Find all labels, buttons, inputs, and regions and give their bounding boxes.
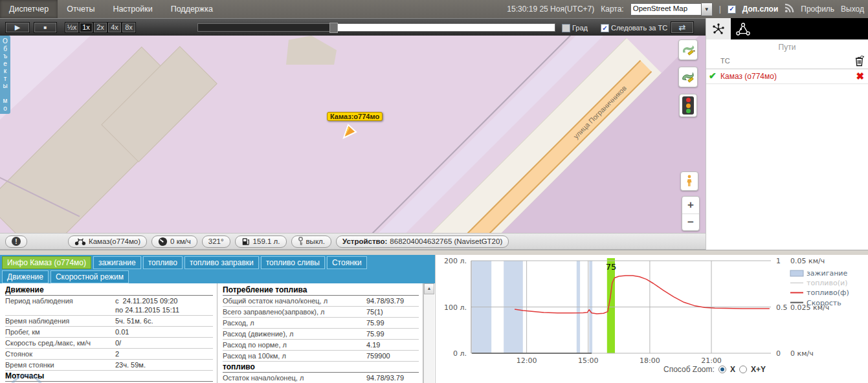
map-canvas[interactable]: улица Пограничников Объекты мо Камаз:о77… (0, 36, 706, 233)
zoom-xy-radio[interactable] (739, 366, 747, 373)
check-icon[interactable]: ✔ (709, 71, 717, 81)
info-table-movement: ДвижениеПериод наблюденияс 24.11.2015 09… (0, 283, 217, 383)
delete-route-icon[interactable]: ✖ (856, 71, 864, 82)
alert-pill[interactable]: ! (5, 235, 27, 248)
panel-tab[interactable]: Стоянки (327, 256, 367, 269)
info-row-value: 23ч. 59м. (115, 360, 146, 369)
svg-text:75: 75 (606, 262, 617, 272)
map-provider-select[interactable]: OpenStreet Map ▼ (630, 3, 713, 16)
timeline-slider[interactable] (197, 23, 555, 32)
speed-button[interactable]: 2x (93, 22, 107, 33)
zoom-in-button[interactable]: + (682, 197, 699, 214)
pedestrian-button[interactable] (680, 171, 698, 191)
main-menu: ДиспетчерОтчетыНастройкиПоддержка (0, 0, 222, 18)
sidebar-tab-tracker[interactable] (706, 18, 731, 39)
layers-checkbox[interactable]: ✓ (728, 5, 736, 14)
zoom-x-radio[interactable] (718, 366, 726, 373)
follow-vehicle-checkbox[interactable]: ✓ (601, 24, 609, 32)
speed-button[interactable]: ½x (65, 22, 79, 33)
zoom-out-button[interactable]: − (682, 214, 699, 231)
stop-button[interactable]: ■ (34, 22, 57, 33)
fuel-chart[interactable]: 12:0015:0018:0021:00200 л.100 л.0 л.10.5… (436, 255, 868, 383)
speed-button[interactable]: 4x (107, 22, 122, 33)
playback-toolbar: ▶ ■ ½x1x2x4x8x Град ✓ Следовать за ТС ⇄ (0, 18, 706, 36)
chevron-down-icon[interactable]: ▼ (702, 3, 713, 16)
info-row: Общий остаток начало/конец, л94.78/93.79 (223, 296, 419, 307)
logout-menu-item[interactable]: Выход (841, 5, 864, 14)
info-row-value: 4.19 (366, 340, 380, 349)
vehicle-marker-arrow-icon[interactable] (342, 124, 357, 139)
sidebar-title: Пути (706, 43, 868, 52)
traffic-lights-button[interactable] (679, 94, 697, 117)
layers-label[interactable]: Доп.слои (742, 5, 778, 14)
info-row: Период наблюденияс 24.11.2015 09:20 по 2… (5, 296, 213, 316)
pedestrian-icon (685, 175, 693, 188)
vehicle-list-header: ТС (706, 54, 868, 69)
menu-item[interactable]: Поддержка (162, 0, 222, 18)
swap-button[interactable]: ⇄ (671, 21, 694, 34)
route-edit-button-2[interactable] (678, 67, 698, 87)
objects-panel-tab[interactable]: Объекты мо (0, 36, 10, 114)
info-row: Скорость сред./макс, км/ч0/ (5, 338, 213, 349)
info-row: Расход, л75.99 (223, 318, 419, 329)
play-button[interactable]: ▶ (5, 22, 30, 33)
profile-menu-item[interactable]: Профиль (801, 5, 834, 14)
fuel-pill[interactable]: 159.1 л. (235, 235, 287, 248)
clock: 15:30:19 25 Ноя(UTC+7) (507, 5, 594, 14)
bottom-panel: Инфо Камаз (о774мо)зажиганиетопливотопли… (0, 250, 868, 383)
zoom-mode-label: Способ Zoom: (663, 365, 715, 374)
trash-icon[interactable] (854, 55, 864, 69)
alert-icon: ! (12, 237, 21, 246)
scroll-up-button[interactable]: ▲ (424, 283, 434, 294)
speed-value: 0 км/ч (170, 237, 191, 245)
speed-pill[interactable]: 0 км/ч (151, 235, 197, 248)
svg-text:12:00: 12:00 (517, 356, 537, 365)
grad-label[interactable]: Град (572, 24, 588, 32)
triangle-graph-icon[interactable] (736, 22, 750, 36)
section-header: Потребление топлива (223, 285, 419, 296)
timeline-slider-handle[interactable] (329, 23, 338, 33)
device-pill[interactable]: Устройство: 868204004632765 (NavisetGT20… (336, 235, 509, 248)
vehicle-list-name[interactable]: Камаз (о774мо) (720, 72, 777, 81)
zoom-x-label[interactable]: X (730, 365, 735, 374)
panel-tab[interactable]: топливо сливы (261, 256, 325, 269)
grad-checkbox[interactable] (562, 24, 570, 32)
panel-tab[interactable]: Движение (2, 270, 49, 283)
ignition-value: выкл. (306, 237, 325, 245)
vehicle-list-item[interactable]: ✔ Камаз (о774мо) ✖ (706, 69, 868, 84)
rss-icon[interactable] (785, 3, 794, 15)
map-provider-value[interactable]: OpenStreet Map (630, 3, 702, 16)
ignition-pill[interactable]: выкл. (291, 235, 331, 248)
vehicle-marker-label[interactable]: Камаз:о774мо (327, 112, 383, 121)
zoom-xy-label[interactable]: X+Y (751, 365, 766, 374)
speed-button[interactable]: 8x (122, 22, 136, 33)
follow-vehicle-label[interactable]: Следовать за ТС (611, 24, 667, 32)
menu-item[interactable]: Диспетчер (0, 0, 58, 18)
info-row-label: Расход, л (223, 318, 366, 327)
route-edit-button[interactable] (678, 39, 698, 60)
svg-text:100 л.: 100 л. (444, 303, 467, 312)
panel-tab[interactable]: топливо заправки (184, 256, 259, 269)
heading-pill[interactable]: 321° (202, 235, 230, 248)
fuel-pump-icon (241, 237, 250, 246)
heading-value: 321° (208, 237, 224, 245)
vehicle-name: Камаз(о774мо) (89, 237, 140, 245)
menu-item[interactable]: Отчеты (58, 0, 104, 18)
speed-button[interactable]: 1x (79, 22, 93, 33)
menu-item[interactable]: Настройки (104, 0, 161, 18)
section-header: топливо (223, 362, 419, 373)
panel-tab[interactable]: топливо (143, 256, 183, 269)
panel-tab[interactable]: зажигание (93, 256, 141, 269)
fleet-monitoring-app: ДиспетчерОтчетыНастройкиПоддержка 15:30:… (0, 0, 868, 383)
section-header: Движение (5, 285, 213, 296)
info-tables: ДвижениеПериод наблюденияс 24.11.2015 09… (0, 283, 435, 383)
info-table-fuel: Потребление топливаОбщий остаток начало/… (217, 283, 423, 383)
vehicle-pill[interactable]: Камаз(о774мо) (68, 235, 147, 248)
panel-tab[interactable]: Инфо Камаз (о774мо) (2, 256, 91, 269)
panel-tab[interactable]: Скоростной режим (50, 270, 129, 283)
device-value: 868204004632765 (NavisetGT20) (390, 237, 502, 245)
top-menubar: ДиспетчерОтчетыНастройкиПоддержка 15:30:… (0, 0, 868, 18)
info-row-value: 75.99 (366, 329, 384, 338)
info-scrollbar[interactable]: ▲ (423, 283, 434, 383)
tab-row-1: Инфо Камаз (о774мо)зажиганиетопливотопли… (2, 256, 433, 269)
